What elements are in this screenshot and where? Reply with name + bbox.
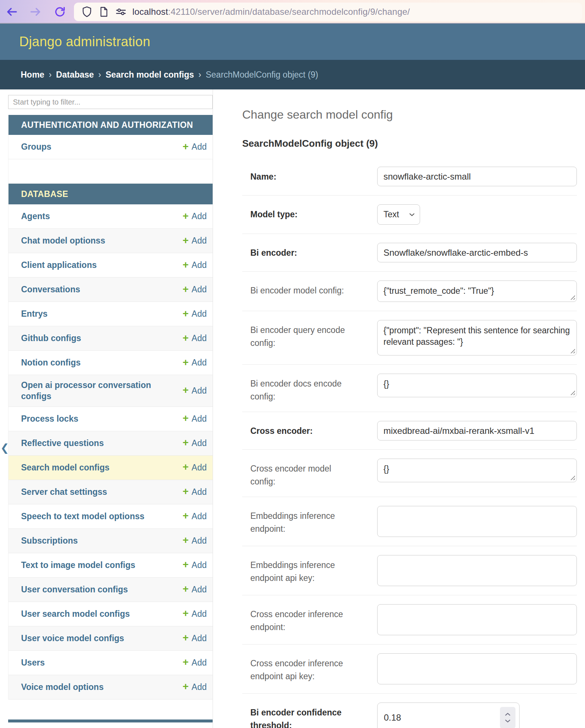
- sidebar-item-client-applications[interactable]: Client applications: [21, 255, 97, 275]
- add-label: Add: [192, 682, 207, 692]
- sidebar-item-notion-configs[interactable]: Notion configs: [21, 353, 81, 372]
- bi-encoder-input[interactable]: [377, 243, 577, 262]
- bi-encoder-docs-encode-config-textarea[interactable]: [377, 374, 577, 397]
- breadcrumb-link[interactable]: Search model configs: [106, 70, 194, 80]
- sidebar-item-speech-to-text-model-optionss[interactable]: Speech to text model optionss: [21, 506, 145, 526]
- sidebar-item-chat-model-optionss[interactable]: Chat model optionss: [21, 231, 105, 251]
- sidebar-item-groups[interactable]: Groups: [21, 137, 51, 157]
- module-rows: Agents + Add Chat model optionss + Add C…: [9, 204, 213, 700]
- browser-forward-button[interactable]: [29, 5, 42, 18]
- form-row: Bi encoder query encode config:: [242, 311, 577, 365]
- add-link[interactable]: + Add: [183, 358, 207, 368]
- add-link[interactable]: + Add: [183, 633, 207, 643]
- field-label: Bi encoder model config:: [250, 284, 358, 297]
- sidebar-item-process-locks[interactable]: Process locks: [21, 409, 78, 429]
- add-link[interactable]: + Add: [183, 560, 207, 570]
- sidebar-item-open-ai-processor-conversation-configs[interactable]: Open ai processor conversation configs: [21, 375, 154, 406]
- add-link[interactable]: + Add: [183, 333, 207, 344]
- url-host: localhost: [132, 7, 168, 17]
- site-title-link[interactable]: Django administration: [19, 34, 151, 50]
- sidebar-filter-input[interactable]: [8, 95, 213, 109]
- form-row: Bi encoder model config:: [242, 272, 577, 311]
- bi-encoder-model-config-textarea[interactable]: [377, 280, 577, 302]
- sidebar-item-user-search-model-configs[interactable]: User search model configs: [21, 604, 130, 624]
- sidebar-item-conversations[interactable]: Conversations: [21, 279, 80, 299]
- sidebar-module: DATABASE Agents + Add Chat model options…: [9, 184, 213, 700]
- module-rows: Groups + Add: [9, 135, 213, 184]
- sidebar-collapse-toggle[interactable]: ❮: [0, 443, 9, 453]
- form-row: Embeddings inference endpoint:: [242, 497, 577, 546]
- sidebar-item-server-chat-settingss[interactable]: Server chat settingss: [21, 482, 107, 502]
- page-info-icon[interactable]: [98, 6, 109, 18]
- reload-icon: [54, 6, 66, 18]
- add-label: Add: [192, 536, 207, 546]
- forward-arrow-icon: [30, 6, 41, 18]
- add-link[interactable]: + Add: [183, 487, 207, 497]
- sidebar-row: User search model configs + Add: [9, 602, 213, 626]
- field-label: Cross encoder:: [250, 425, 358, 438]
- sidebar-row: Entrys + Add: [9, 302, 213, 326]
- add-link[interactable]: + Add: [183, 309, 207, 319]
- add-link[interactable]: + Add: [183, 236, 207, 246]
- permissions-sliders-icon[interactable]: [115, 6, 126, 18]
- breadcrumb-link[interactable]: Database: [56, 70, 94, 80]
- spinner-up-button[interactable]: [505, 712, 511, 717]
- add-link[interactable]: + Add: [183, 657, 207, 668]
- cross-encoder-inference-endpoint-input[interactable]: [377, 604, 577, 635]
- sidebar-item-subscriptions[interactable]: Subscriptions: [21, 531, 78, 551]
- add-link[interactable]: + Add: [183, 511, 207, 521]
- model-type-select-value: Text: [383, 210, 399, 220]
- sidebar-row: Notion configs + Add: [9, 351, 213, 375]
- sidebar-item-user-conversation-configs[interactable]: User conversation configs: [21, 579, 128, 599]
- add-link[interactable]: + Add: [183, 438, 207, 448]
- shield-icon[interactable]: [81, 6, 92, 18]
- add-link[interactable]: + Add: [183, 609, 207, 619]
- field-label: Name:: [250, 170, 358, 183]
- add-link[interactable]: + Add: [183, 385, 207, 396]
- field-control-cell: [377, 421, 577, 440]
- sidebar-item-entrys[interactable]: Entrys: [21, 304, 48, 324]
- sidebar-row: Groups + Add: [9, 135, 213, 159]
- embeddings-inference-endpoint-api-key-input[interactable]: [377, 555, 577, 586]
- add-link[interactable]: + Add: [183, 414, 207, 424]
- add-link[interactable]: + Add: [183, 462, 207, 473]
- sidebar-item-users[interactable]: Users: [21, 653, 45, 673]
- breadcrumb-link[interactable]: Home: [21, 70, 44, 80]
- cross-encoder-inference-endpoint-api-key-input[interactable]: [377, 653, 577, 684]
- sidebar-next-module-edge: [8, 720, 213, 722]
- plus-icon: +: [183, 385, 189, 395]
- model-type-select[interactable]: Text: [377, 204, 420, 225]
- sidebar-item-search-model-configs[interactable]: Search model configs: [21, 457, 109, 477]
- sidebar-item-reflective-questions[interactable]: Reflective questions: [21, 433, 104, 453]
- sidebar-row: Github configs + Add: [9, 326, 213, 351]
- add-label: Add: [192, 260, 207, 270]
- sidebar-item-user-voice-model-configs[interactable]: User voice model configs: [21, 628, 124, 648]
- cross-encoder-model-config-textarea[interactable]: [377, 459, 577, 482]
- cross-encoder-input[interactable]: [377, 421, 577, 440]
- add-link[interactable]: + Add: [183, 142, 207, 152]
- sidebar-row: User conversation configs + Add: [9, 578, 213, 602]
- add-link[interactable]: + Add: [183, 285, 207, 295]
- browser-back-button[interactable]: [5, 5, 18, 18]
- bi-encoder-query-encode-config-textarea[interactable]: [377, 320, 577, 356]
- add-link[interactable]: + Add: [183, 584, 207, 595]
- add-link[interactable]: + Add: [183, 211, 207, 222]
- plus-icon: +: [183, 142, 189, 152]
- url-bar[interactable]: localhost:42110/server/admin/database/se…: [74, 3, 582, 21]
- embeddings-inference-endpoint-input[interactable]: [377, 506, 577, 537]
- sidebar-item-agents[interactable]: Agents: [21, 206, 50, 226]
- plus-icon: +: [183, 235, 189, 246]
- bi-encoder-confidence-threshold-input[interactable]: [377, 703, 520, 728]
- browser-reload-button[interactable]: [53, 5, 67, 18]
- sidebar-item-voice-model-options[interactable]: Voice model options: [21, 677, 104, 697]
- add-link[interactable]: + Add: [183, 260, 207, 271]
- add-link[interactable]: + Add: [183, 535, 207, 546]
- sidebar-item-github-configs[interactable]: Github configs: [21, 328, 81, 348]
- add-label: Add: [192, 609, 207, 619]
- spinner-down-button[interactable]: [505, 719, 511, 724]
- add-label: Add: [192, 285, 207, 295]
- add-link[interactable]: + Add: [183, 682, 207, 692]
- sidebar-gap: [8, 700, 213, 720]
- name-input[interactable]: [377, 167, 577, 186]
- sidebar-item-text-to-image-model-configs[interactable]: Text to image model configs: [21, 555, 135, 575]
